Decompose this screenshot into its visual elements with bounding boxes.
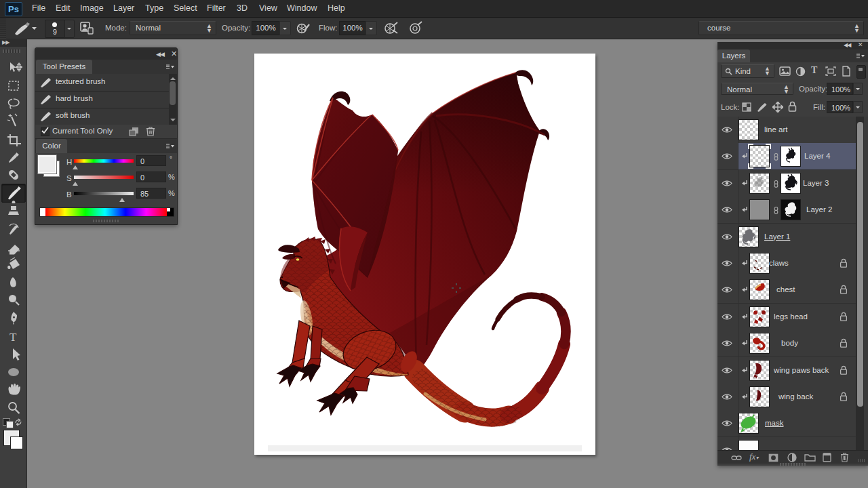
svg-text:T: T (9, 331, 17, 344)
